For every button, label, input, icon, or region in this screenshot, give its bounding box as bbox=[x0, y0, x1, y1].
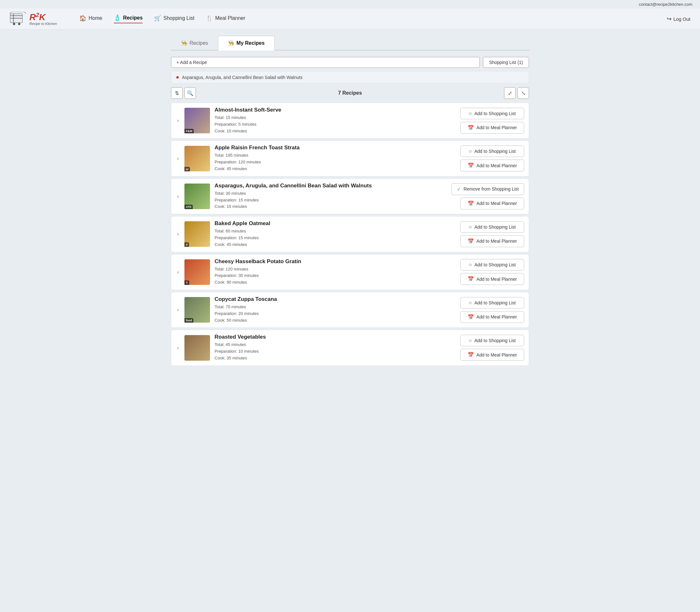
search-button[interactable]: 🔍 bbox=[184, 87, 196, 99]
tabs: 👨‍🍳 Recipes 👨‍🍳 My Recipes bbox=[171, 36, 529, 51]
recipe-card: › ATK Asparagus, Arugula, and Cannellini… bbox=[171, 178, 529, 214]
indicator-text: Asparagus, Arugula, and Cannellini Bean … bbox=[182, 75, 303, 80]
recipe-card: › food Copycat Zuppa Toscana Total: 70 m… bbox=[171, 292, 529, 328]
nav-recipes[interactable]: 🧴 Recipes bbox=[114, 14, 142, 23]
search-icon: 🔍 bbox=[187, 90, 193, 96]
recipe-actions: ○ Add to Shopping List 📅 Add to Meal Pla… bbox=[460, 335, 524, 361]
shopping-list-toggle-button[interactable]: ○ Add to Shopping List bbox=[460, 259, 524, 270]
recipe-expand-chevron[interactable]: › bbox=[176, 268, 180, 276]
home-icon: 🏠 bbox=[79, 15, 86, 22]
meal-planner-add-button[interactable]: 📅 Add to Meal Planner bbox=[460, 159, 524, 171]
recipe-meta: Total: 120 minutes Preparation: 30 minut… bbox=[214, 266, 456, 286]
recipe-info: Asparagus, Arugula, and Cannellini Bean … bbox=[214, 183, 447, 210]
recipes-icon: 🧴 bbox=[114, 14, 121, 22]
shopping-btn-label: Remove from Shopping List bbox=[463, 186, 519, 192]
recipe-actions: ○ Add to Shopping List 📅 Add to Meal Pla… bbox=[460, 297, 524, 323]
recipe-list: › F&W Almost-Instant Soft-Serve Total: 1… bbox=[171, 103, 529, 366]
source-badge: d bbox=[184, 242, 189, 247]
recipe-expand-chevron[interactable]: › bbox=[176, 306, 180, 314]
recipe-thumbnail: d bbox=[184, 221, 210, 247]
shopping-list-toggle-button[interactable]: ✓ Remove from Shopping List bbox=[451, 183, 524, 195]
meal-planner-add-button[interactable]: 📅 Add to Meal Planner bbox=[460, 235, 524, 247]
circle-icon: ○ bbox=[469, 224, 472, 230]
tab-recipes[interactable]: 👨‍🍳 Recipes bbox=[171, 36, 218, 50]
meal-btn-label: Add to Meal Planner bbox=[477, 201, 517, 206]
shopping-list-toggle-button[interactable]: ○ Add to Shopping List bbox=[460, 145, 524, 157]
recipe-meta: Total: 195 minutes Preparation: 120 minu… bbox=[214, 152, 456, 172]
meal-planner-add-button[interactable]: 📅 Add to Meal Planner bbox=[460, 122, 524, 134]
meal-btn-label: Add to Meal Planner bbox=[477, 277, 517, 282]
recipe-info: Roasted Vegetables Total: 45 minutes Pre… bbox=[214, 334, 456, 361]
nav-meal-planner[interactable]: 🍴 Meal Planner bbox=[206, 15, 245, 23]
circle-icon: ○ bbox=[469, 262, 472, 268]
toolbar: + Add a Recipe Shopping List (1) bbox=[171, 57, 529, 68]
recipe-expand-chevron[interactable]: › bbox=[176, 154, 180, 163]
meal-planner-add-button[interactable]: 📅 Add to Meal Planner bbox=[460, 311, 524, 323]
recipe-info: Apple Raisin French Toast Strata Total: … bbox=[214, 144, 456, 172]
recipe-title: Copycat Zuppa Toscana bbox=[214, 296, 456, 303]
main-nav: 🏠 Home 🧴 Recipes 🛒 Shopping List 🍴 Meal … bbox=[79, 14, 654, 23]
meal-btn-label: Add to Meal Planner bbox=[477, 238, 517, 244]
recipe-actions: ○ Add to Shopping List 📅 Add to Meal Pla… bbox=[460, 221, 524, 247]
recipe-thumbnail: ar bbox=[184, 146, 210, 171]
expand-all-button[interactable]: ⤢ bbox=[504, 87, 516, 99]
recipe-card: › d Baked Apple Oatmeal Total: 60 minute… bbox=[171, 216, 529, 252]
add-recipe-button[interactable]: + Add a Recipe bbox=[171, 57, 480, 68]
recipe-expand-chevron[interactable]: › bbox=[176, 192, 180, 200]
shopping-list-icon: 🛒 bbox=[154, 15, 161, 22]
source-badge: food bbox=[184, 318, 193, 323]
logout-button[interactable]: ↪ Log Out bbox=[667, 15, 690, 23]
recipe-expand-chevron[interactable]: › bbox=[176, 344, 180, 352]
svg-point-5 bbox=[18, 23, 20, 25]
count-bar-right: ⤢ ⤡ bbox=[504, 87, 529, 99]
recipe-count: 7 Recipes bbox=[196, 90, 504, 96]
shopping-list-toggle-button[interactable]: ○ Add to Shopping List bbox=[460, 335, 524, 346]
nav-home[interactable]: 🏠 Home bbox=[79, 15, 102, 23]
logo-text-group: R2K Recipe to Kitchen bbox=[29, 12, 57, 25]
meal-btn-label: Add to Meal Planner bbox=[477, 352, 517, 358]
count-bar-left: ⇅ 🔍 bbox=[171, 87, 196, 99]
meal-planner-add-button[interactable]: 📅 Add to Meal Planner bbox=[460, 273, 524, 285]
shopping-btn-label: Add to Shopping List bbox=[474, 111, 516, 116]
contact-bar: contact@recipe2kitchen.com bbox=[0, 0, 700, 9]
collapse-all-icon: ⤡ bbox=[521, 90, 526, 96]
recipe-title: Asparagus, Arugula, and Cannellini Bean … bbox=[214, 183, 447, 189]
recipe-actions: ○ Add to Shopping List 📅 Add to Meal Pla… bbox=[460, 145, 524, 171]
shopping-list-count-button[interactable]: Shopping List (1) bbox=[483, 57, 529, 68]
recipe-title: Almost-Instant Soft-Serve bbox=[214, 107, 456, 113]
circle-icon: ○ bbox=[469, 111, 472, 116]
recipe-actions: ✓ Remove from Shopping List 📅 Add to Mea… bbox=[451, 183, 524, 209]
calendar-icon: 📅 bbox=[467, 125, 474, 131]
recipe-meta: Total: 30 minutes Preparation: 15 minute… bbox=[214, 190, 447, 210]
recipe-card: › F&W Almost-Instant Soft-Serve Total: 1… bbox=[171, 103, 529, 138]
recipe-title: Baked Apple Oatmeal bbox=[214, 220, 456, 227]
logo-cart-icon bbox=[10, 12, 26, 26]
collapse-all-button[interactable]: ⤡ bbox=[518, 87, 529, 99]
recipe-title: Roasted Vegetables bbox=[214, 334, 456, 340]
calendar-icon: 📅 bbox=[467, 276, 474, 282]
svg-point-4 bbox=[13, 23, 15, 25]
tab-my-recipes-label: My Recipes bbox=[237, 40, 265, 46]
logout-icon: ↪ bbox=[667, 15, 672, 23]
shopping-list-toggle-button[interactable]: ○ Add to Shopping List bbox=[460, 108, 524, 119]
nav-shopping-list[interactable]: 🛒 Shopping List bbox=[154, 15, 194, 23]
recipe-expand-chevron[interactable]: › bbox=[176, 230, 180, 238]
recipe-card: › ar Apple Raisin French Toast Strata To… bbox=[171, 140, 529, 176]
shopping-list-toggle-button[interactable]: ○ Add to Shopping List bbox=[460, 221, 524, 233]
recipe-thumbnail: F&W bbox=[184, 108, 210, 133]
indicator-dot: ● bbox=[176, 74, 179, 81]
logo[interactable]: R2K Recipe to Kitchen bbox=[10, 12, 57, 26]
count-bar: ⇅ 🔍 7 Recipes ⤢ ⤡ bbox=[171, 87, 529, 99]
circle-icon: ○ bbox=[469, 338, 472, 344]
recipe-expand-chevron[interactable]: › bbox=[176, 116, 180, 125]
recipe-actions: ○ Add to Shopping List 📅 Add to Meal Pla… bbox=[460, 108, 524, 134]
tab-recipes-icon: 👨‍🍳 bbox=[181, 40, 187, 46]
source-badge: F&W bbox=[184, 129, 194, 133]
meal-planner-add-button[interactable]: 📅 Add to Meal Planner bbox=[460, 198, 524, 209]
circle-icon: ○ bbox=[469, 148, 472, 154]
meal-planner-add-button[interactable]: 📅 Add to Meal Planner bbox=[460, 349, 524, 361]
sort-button[interactable]: ⇅ bbox=[171, 87, 182, 99]
shopping-list-toggle-button[interactable]: ○ Add to Shopping List bbox=[460, 297, 524, 308]
tab-recipes-label: Recipes bbox=[190, 40, 208, 46]
tab-my-recipes[interactable]: 👨‍🍳 My Recipes bbox=[218, 36, 275, 51]
